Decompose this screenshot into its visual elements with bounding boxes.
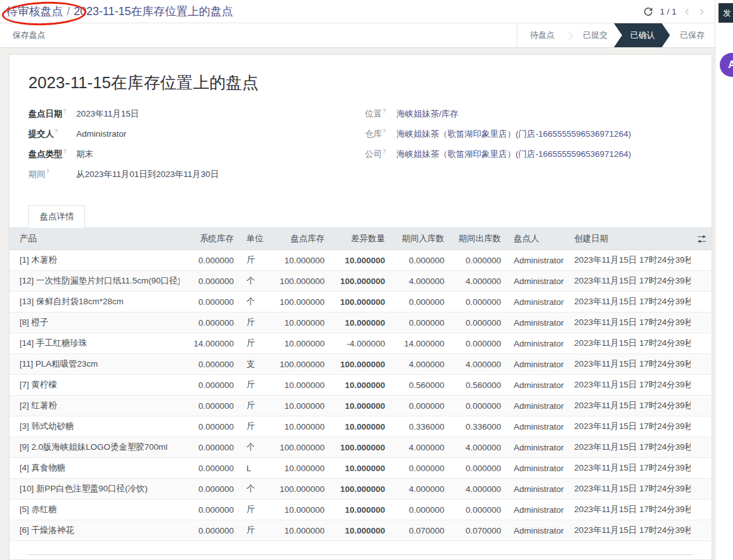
cell-system-qty[interactable]: 0.000000	[180, 458, 240, 479]
cell-counted-qty[interactable]: 100.000000	[269, 479, 331, 500]
cell-diff[interactable]: -4.000000	[331, 333, 391, 354]
cell-uom[interactable]: 斤	[240, 312, 269, 333]
cell-out-qty[interactable]: 0.070000	[451, 520, 507, 541]
cell-uom[interactable]: L	[240, 458, 269, 479]
cell-system-qty[interactable]: 0.000000	[180, 250, 240, 271]
cell-uom[interactable]: 斤	[240, 375, 269, 396]
cell-user[interactable]: Administrator	[507, 500, 568, 520]
cell-diff[interactable]: 100.000000	[331, 479, 391, 500]
cell-diff[interactable]: 10.000000	[331, 375, 391, 396]
cell-in-qty[interactable]: 4.000000	[391, 354, 451, 375]
cell-uom[interactable]: 斤	[240, 416, 269, 437]
cell-in-qty[interactable]: 0.000000	[391, 292, 451, 312]
cell-system-qty[interactable]: 0.000000	[180, 520, 240, 541]
cell-user[interactable]: Administrator	[507, 354, 568, 375]
cell-in-qty[interactable]: 0.000000	[391, 458, 451, 479]
cell-system-qty[interactable]: 0.000000	[180, 416, 240, 437]
cell-user[interactable]: Administrator	[507, 520, 568, 541]
cell-out-qty[interactable]: 4.000000	[451, 354, 507, 375]
cell-in-qty[interactable]: 0.560000	[391, 375, 451, 396]
cell-counted-qty[interactable]: 10.000000	[269, 396, 331, 416]
cell-date[interactable]: 2023年11月15日 17时24分39秒	[568, 458, 691, 479]
cell-date[interactable]: 2023年11月15日 17时24分39秒	[568, 520, 691, 541]
col-header-system-qty[interactable]: 系统库存	[180, 228, 240, 250]
cell-product[interactable]: [12] 一次性防漏垫片封口纸11.5cm(90口径)	[9, 271, 180, 292]
table-row[interactable]: [3] 韩式幼砂糖0.000000斤10.00000010.0000000.33…	[9, 416, 712, 437]
cell-date[interactable]: 2023年11月15日 17时24分39秒	[568, 396, 691, 416]
cell-user[interactable]: Administrator	[507, 396, 568, 416]
cell-counted-qty[interactable]: 10.000000	[269, 416, 331, 437]
cell-product[interactable]: [3] 韩式幼砂糖	[9, 416, 180, 437]
cell-counted-qty[interactable]: 10.000000	[269, 520, 331, 541]
cell-counted-qty[interactable]: 10.000000	[269, 312, 331, 333]
table-row[interactable]: [10] 新PP白色注塑盖90口径(冷饮)0.000000个100.000000…	[9, 479, 712, 500]
stage-pending[interactable]: 待盘点	[520, 23, 565, 47]
save-inventory-button[interactable]: 保存盘点	[0, 30, 52, 41]
cell-out-qty[interactable]: 0.000000	[451, 333, 507, 354]
cell-uom[interactable]: 个	[240, 292, 269, 312]
cell-system-qty[interactable]: 14.000000	[180, 333, 240, 354]
cell-product[interactable]: [4] 真食物糖	[9, 458, 180, 479]
cell-in-qty[interactable]: 14.000000	[391, 333, 451, 354]
cell-system-qty[interactable]: 0.000000	[180, 312, 240, 333]
table-row[interactable]: [14] 手工红糖珍珠14.000000斤10.000000-4.0000001…	[9, 333, 712, 354]
cell-system-qty[interactable]: 0.000000	[180, 354, 240, 375]
cell-out-qty[interactable]: 4.000000	[451, 479, 507, 500]
cell-date[interactable]: 2023年11月15日 17时24分39秒	[568, 416, 691, 437]
cell-in-qty[interactable]: 0.336000	[391, 416, 451, 437]
pager-next-icon[interactable]: ›	[698, 6, 706, 17]
stage-saved[interactable]: 已保存	[670, 23, 715, 47]
col-header-create-date[interactable]: 创建日期	[568, 228, 691, 250]
cell-user[interactable]: Administrator	[507, 271, 568, 292]
cell-date[interactable]: 2023年11月15日 17时24分39秒	[568, 437, 691, 458]
cell-user[interactable]: Administrator	[507, 458, 568, 479]
cell-diff[interactable]: 10.000000	[331, 500, 391, 520]
col-header-user[interactable]: 盘点人	[507, 228, 568, 250]
cell-uom[interactable]: 斤	[240, 396, 269, 416]
pager-prev-icon[interactable]: ‹	[683, 6, 691, 17]
cell-uom[interactable]: 个	[240, 437, 269, 458]
table-row[interactable]: [12] 一次性防漏垫片封口纸11.5cm(90口径)0.000000个100.…	[9, 271, 712, 292]
cell-out-qty[interactable]: 0.336000	[451, 416, 507, 437]
cell-product[interactable]: [1] 木薯粉	[9, 250, 180, 271]
col-header-product[interactable]: 产品	[9, 228, 180, 250]
col-header-counted-qty[interactable]: 盘点库存	[269, 228, 331, 250]
cell-product[interactable]: [14] 手工红糖珍珠	[9, 333, 180, 354]
cell-uom[interactable]: 个	[240, 479, 269, 500]
cell-date[interactable]: 2023年11月15日 17时24分39秒	[568, 500, 691, 520]
cell-out-qty[interactable]: 0.000000	[451, 396, 507, 416]
cell-uom[interactable]: 斤	[240, 520, 269, 541]
cell-product[interactable]: [9] 2.0版海峡姐妹LOGO烫金塑胶700ml	[9, 437, 180, 458]
cell-in-qty[interactable]: 0.000000	[391, 250, 451, 271]
cell-date[interactable]: 2023年11月15日 17时24分39秒	[568, 250, 691, 271]
cell-uom[interactable]: 支	[240, 354, 269, 375]
cell-product[interactable]: [13] 保鲜自封袋18cm*28cm	[9, 292, 180, 312]
cell-counted-qty[interactable]: 100.000000	[269, 292, 331, 312]
cell-in-qty[interactable]: 0.000000	[391, 312, 451, 333]
cell-diff[interactable]: 100.000000	[331, 437, 391, 458]
cell-in-qty[interactable]: 0.070000	[391, 520, 451, 541]
cell-date[interactable]: 2023年11月15日 17时24分39秒	[568, 354, 691, 375]
cell-diff[interactable]: 100.000000	[331, 292, 391, 312]
cell-system-qty[interactable]: 0.000000	[180, 375, 240, 396]
cell-in-qty[interactable]: 4.000000	[391, 479, 451, 500]
col-header-uom[interactable]: 单位	[240, 228, 269, 250]
cell-user[interactable]: Administrator	[507, 375, 568, 396]
table-row[interactable]: [9] 2.0版海峡姐妹LOGO烫金塑胶700ml0.000000个100.00…	[9, 437, 712, 458]
cell-system-qty[interactable]: 0.000000	[180, 271, 240, 292]
cell-uom[interactable]: 个	[240, 271, 269, 292]
stage-submitted[interactable]: 已提交	[573, 23, 618, 47]
cell-in-qty[interactable]: 0.000000	[391, 500, 451, 520]
send-message-button[interactable]: 发	[719, 3, 733, 23]
cell-user[interactable]: Administrator	[507, 479, 568, 500]
cell-date[interactable]: 2023年11月15日 17时24分39秒	[568, 292, 691, 312]
table-row[interactable]: [4] 真食物糖0.000000L10.00000010.0000000.000…	[9, 458, 712, 479]
table-row[interactable]: [11] PLA粗吸管23cm0.000000支100.000000100.00…	[9, 354, 712, 375]
cell-user[interactable]: Administrator	[507, 416, 568, 437]
cell-counted-qty[interactable]: 100.000000	[269, 354, 331, 375]
cell-product[interactable]: [11] PLA粗吸管23cm	[9, 354, 180, 375]
field-value-company[interactable]: 海峡姐妹茶（歌笛湖印象里店）(门店-1665555596536971264)	[396, 149, 631, 160]
cell-uom[interactable]: 斤	[240, 250, 269, 271]
cell-date[interactable]: 2023年11月15日 17时24分39秒	[568, 333, 691, 354]
cell-uom[interactable]: 斤	[240, 500, 269, 520]
